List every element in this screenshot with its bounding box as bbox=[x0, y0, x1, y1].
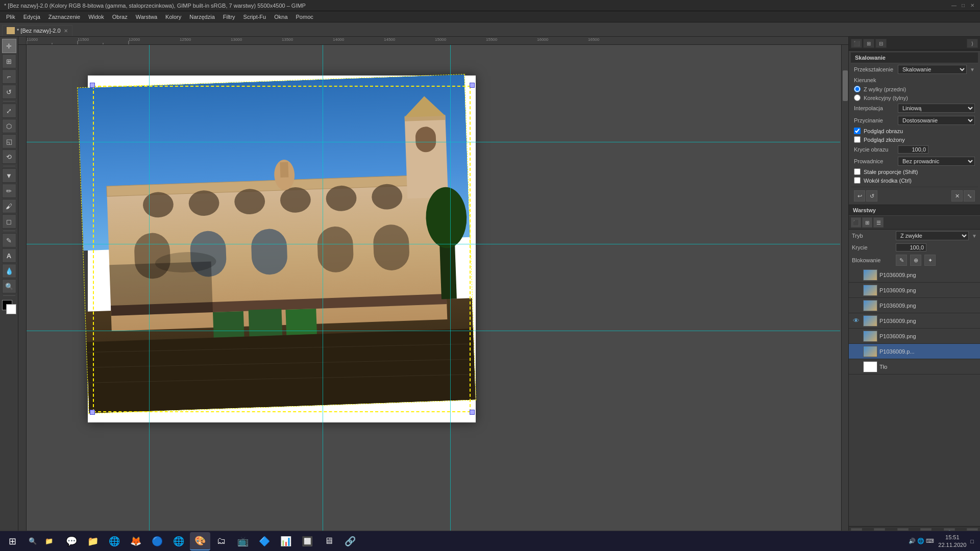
menu-warstwa[interactable]: Warstwa bbox=[132, 13, 161, 21]
text-tool-btn[interactable]: A bbox=[2, 248, 16, 263]
svg-text:15000: 15000 bbox=[435, 37, 447, 42]
handle-tl[interactable] bbox=[90, 83, 95, 88]
layer-mode-select[interactable]: Z zwykłe bbox=[896, 231, 969, 240]
handle-tr[interactable] bbox=[470, 83, 475, 88]
taskbar-app-6[interactable]: 🌐 bbox=[168, 532, 189, 550]
menu-scriptfu[interactable]: Script-Fu bbox=[239, 13, 271, 21]
preview-image-checkbox[interactable] bbox=[854, 128, 861, 134]
layer-row[interactable]: 👁 P1036009.png bbox=[849, 313, 980, 329]
shear-tool-btn[interactable]: ⬡ bbox=[2, 119, 16, 133]
canvas-vscrollbar[interactable] bbox=[841, 45, 848, 532]
transform-icon-redo[interactable]: ↺ bbox=[866, 190, 877, 202]
taskbar-app-3[interactable]: 🌐 bbox=[104, 532, 125, 550]
tab-close-icon[interactable]: ✕ bbox=[64, 28, 68, 34]
center-checkbox[interactable] bbox=[854, 177, 861, 184]
handle-bl[interactable] bbox=[90, 410, 95, 415]
taskbar-app-7[interactable]: 🗂 bbox=[211, 532, 232, 550]
taskbar-app-8[interactable]: 📺 bbox=[233, 532, 253, 550]
bucket-tool-btn[interactable]: ▼ bbox=[2, 168, 16, 183]
panel-icon-4[interactable]: ⟩ bbox=[967, 39, 978, 48]
panel-icon-2[interactable]: ⊞ bbox=[863, 39, 874, 48]
transform-icon-fit[interactable]: ⤡ bbox=[964, 190, 975, 202]
document-tab[interactable]: * [Bez nazwy]-2.0 ✕ bbox=[2, 25, 72, 36]
transform-tool-btn[interactable]: ⟲ bbox=[2, 149, 16, 164]
transform-icon-reset[interactable]: ↩ bbox=[854, 190, 865, 202]
menu-okna[interactable]: Okna bbox=[270, 13, 291, 21]
canvas-area[interactable]: 11000 11500 12000 12500 13000 13500 1400… bbox=[18, 37, 848, 539]
taskbar-app-1[interactable]: 💬 bbox=[61, 532, 82, 550]
menu-filtry[interactable]: Filtry bbox=[219, 13, 239, 21]
layer-row-active[interactable]: P1036009.p... bbox=[849, 344, 980, 359]
layer-row[interactable]: P1036009.png bbox=[849, 283, 980, 298]
layers-icon-3[interactable]: ☰ bbox=[873, 217, 884, 228]
menu-kolory[interactable]: Kolory bbox=[161, 13, 185, 21]
guides-select[interactable]: Bez prowadnic bbox=[898, 157, 975, 166]
layer-row[interactable]: P1036009.png bbox=[849, 298, 980, 313]
layer-row[interactable]: P1036009.png bbox=[849, 329, 980, 344]
proportions-checkbox[interactable] bbox=[854, 168, 861, 175]
align-tool-btn[interactable]: ⊞ bbox=[2, 54, 16, 68]
menu-widok[interactable]: Widok bbox=[84, 13, 108, 21]
menu-edycja[interactable]: Edycja bbox=[19, 13, 44, 21]
interpolation-select[interactable]: Liniową bbox=[898, 104, 975, 113]
handle-br[interactable] bbox=[470, 410, 475, 415]
transform-select[interactable]: Skalowanie bbox=[898, 65, 967, 74]
minimize-button[interactable]: — bbox=[950, 2, 958, 9]
path-tool-btn[interactable]: ✎ bbox=[2, 233, 16, 247]
panel-icon-1[interactable]: ⬛ bbox=[851, 39, 862, 48]
crop-tool-btn[interactable]: ⌐ bbox=[2, 69, 16, 84]
start-button[interactable]: ⊞ bbox=[0, 531, 24, 552]
opacity-image-input[interactable] bbox=[898, 145, 928, 154]
panel-icon-3[interactable]: ⊟ bbox=[875, 39, 887, 48]
taskbar-app-10[interactable]: 📊 bbox=[276, 532, 296, 550]
menu-narzedzia[interactable]: Narzędzia bbox=[185, 13, 219, 21]
taskbar-app-9[interactable]: 🔷 bbox=[254, 532, 275, 550]
lock-pixels-btn[interactable]: ✎ bbox=[896, 255, 907, 266]
perspective-tool-btn[interactable]: ◱ bbox=[2, 134, 16, 148]
taskbar-app-5[interactable]: 🔵 bbox=[147, 532, 167, 550]
menu-zaznaczenie[interactable]: Zaznaczenie bbox=[44, 13, 84, 21]
taskbar-app-2[interactable]: 📁 bbox=[83, 532, 103, 550]
taskbar-app-11[interactable]: 🔲 bbox=[297, 532, 317, 550]
pencil-tool-btn[interactable]: ✏ bbox=[2, 184, 16, 198]
brush-tool-btn[interactable]: 🖌 bbox=[2, 199, 16, 213]
transform-arrow[interactable]: ▼ bbox=[970, 67, 975, 72]
lock-all-btn[interactable]: ✦ bbox=[924, 255, 936, 266]
right-panel: ⬛ ⊞ ⊟ ⟩ Skalowanie Przekształcenie Skalo… bbox=[848, 37, 980, 539]
direction-forward-radio[interactable] bbox=[854, 86, 861, 92]
background-color[interactable] bbox=[6, 304, 16, 314]
vscroll-thumb[interactable] bbox=[843, 70, 848, 101]
lock-position-btn[interactable]: ⊕ bbox=[910, 255, 921, 266]
preview-composed-checkbox[interactable] bbox=[854, 136, 861, 143]
layer-opacity-input[interactable] bbox=[896, 243, 926, 252]
menu-obraz[interactable]: Obraz bbox=[108, 13, 132, 21]
taskbar-app-13[interactable]: 🔗 bbox=[340, 532, 360, 550]
layer-row[interactable]: P1036009.png bbox=[849, 267, 980, 283]
eyedropper-tool-btn[interactable]: 💧 bbox=[2, 264, 16, 278]
direction-backward-radio[interactable] bbox=[854, 94, 861, 101]
canvas-content[interactable] bbox=[27, 45, 840, 531]
color-swatches[interactable] bbox=[2, 300, 16, 314]
taskbar-app-gimp[interactable]: 🎨 bbox=[190, 532, 210, 550]
scale-tool-btn[interactable]: ⤢ bbox=[2, 104, 16, 118]
rotate-tool-btn[interactable]: ↺ bbox=[2, 85, 16, 99]
taskbar-files[interactable]: 📁 bbox=[41, 531, 57, 552]
layer-row-tlo[interactable]: Tło bbox=[849, 359, 980, 374]
close-button[interactable]: ✕ bbox=[969, 2, 976, 9]
layers-icon-1[interactable]: ⬛ bbox=[851, 217, 861, 228]
zoom-tool-btn[interactable]: 🔍 bbox=[2, 279, 16, 293]
move-tool-btn[interactable]: ✛ bbox=[2, 39, 16, 53]
taskbar-app-12[interactable]: 🖥 bbox=[318, 532, 339, 550]
menu-pomoc[interactable]: Pomoc bbox=[292, 13, 317, 21]
eraser-tool-btn[interactable]: ◻ bbox=[2, 214, 16, 229]
clipping-select[interactable]: Dostosowanie bbox=[898, 116, 975, 125]
layers-icon-2[interactable]: ⊞ bbox=[862, 217, 872, 228]
guides-row: Prowadnice Bez prowadnic bbox=[851, 155, 978, 167]
transform-icon-close[interactable]: ✕ bbox=[951, 190, 963, 202]
menu-plik[interactable]: Plik bbox=[2, 13, 19, 21]
tray-notification[interactable]: □ bbox=[970, 538, 974, 544]
taskbar-search[interactable]: 🔍 bbox=[24, 531, 41, 552]
taskbar-app-4[interactable]: 🦊 bbox=[126, 532, 146, 550]
maximize-button[interactable]: □ bbox=[960, 2, 967, 9]
layer-visibility-4[interactable]: 👁 bbox=[851, 317, 861, 324]
